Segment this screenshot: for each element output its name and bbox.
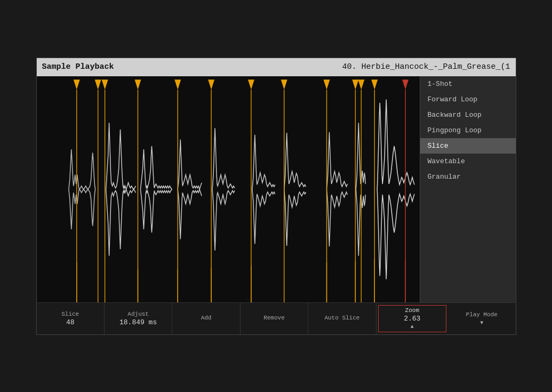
slice-value: 48 — [66, 318, 75, 326]
waveform-area[interactable] — [37, 76, 420, 302]
zoom-control[interactable]: Zoom 2.63 ▲ — [378, 305, 446, 332]
menu-item-slice[interactable]: Slice — [420, 138, 516, 154]
main-window: Sample Playback 40. Herbie_Hancock_-_Pal… — [36, 58, 516, 335]
adjust-control[interactable]: Adjust 18.849 ms — [105, 303, 172, 334]
auto-slice-label: Auto Slice — [324, 315, 359, 321]
auto-slice-control[interactable]: Auto Slice — [308, 303, 376, 334]
content-area: 1-Shot Forward Loop Backward Loop Pingpo… — [37, 76, 516, 302]
filename-display: 40. Herbie_Hancock_-_Palm_Grease_(1 — [342, 62, 510, 71]
header-bar: Sample Playback 40. Herbie_Hancock_-_Pal… — [37, 58, 516, 76]
zoom-label: Zoom — [405, 307, 419, 314]
adjust-label: Adjust — [127, 311, 149, 317]
menu-item-pingpong-loop[interactable]: Pingpong Loop — [420, 123, 516, 138]
slice-label: Slice — [61, 311, 79, 317]
remove-control[interactable]: Remove — [241, 303, 308, 334]
play-mode-label: Play Mode — [466, 311, 498, 318]
menu-item-wavetable[interactable]: Wavetable — [420, 154, 516, 169]
play-mode-control[interactable]: Play Mode ▼ — [448, 303, 515, 334]
waveform-svg — [37, 76, 420, 302]
menu-item-1shot[interactable]: 1-Shot — [420, 76, 516, 92]
zoom-value: 2.63 — [404, 315, 420, 323]
menu-item-backward-loop[interactable]: Backward Loop — [420, 107, 516, 123]
slice-control[interactable]: Slice 48 — [37, 303, 105, 334]
add-label: Add — [201, 315, 212, 321]
app-title: Sample Playback — [42, 62, 114, 71]
zoom-up-arrow[interactable]: ▲ — [411, 324, 414, 330]
remove-label: Remove — [263, 315, 285, 321]
toolbar: Slice 48 Adjust 18.849 ms Add Remove Aut… — [37, 302, 516, 334]
adjust-value: 18.849 ms — [119, 318, 157, 326]
add-control[interactable]: Add — [172, 303, 240, 334]
play-mode-down-arrow[interactable]: ▼ — [480, 320, 483, 326]
menu-item-forward-loop[interactable]: Forward Loop — [420, 92, 516, 107]
menu-item-granular[interactable]: Granular — [420, 169, 516, 185]
play-mode-dropdown[interactable]: 1-Shot Forward Loop Backward Loop Pingpo… — [420, 76, 516, 302]
svg-rect-0 — [37, 76, 420, 302]
